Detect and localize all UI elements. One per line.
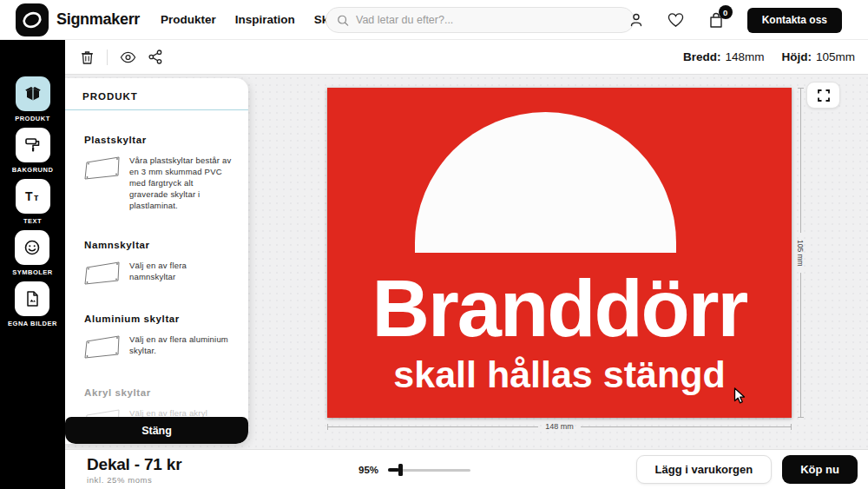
brand-name[interactable]: Signmakerr [56, 10, 140, 29]
product-list: Plastskyltar Våra plastskyltar består av… [65, 110, 248, 433]
footer-bar: Dekal - 71 kr inkl. 25% moms 95% Lägg i … [65, 449, 868, 489]
width-value: 148mm [725, 50, 764, 63]
image-file-icon [15, 281, 49, 316]
cart-badge: 0 [719, 5, 733, 19]
width-readout: Bredd:148mm [683, 50, 765, 63]
sidebar-item-egna-bilder[interactable]: EGNA BILDER [8, 281, 57, 327]
dimension-readout: Bredd:148mm Höjd:105mm [683, 50, 855, 63]
sign-subheading-text[interactable]: skall hållas stängd [327, 356, 792, 393]
height-dimension-annotation: 105 mm [793, 88, 807, 418]
price-block: Dekal - 71 kr inkl. 25% moms [87, 455, 181, 485]
design-canvas[interactable]: PRODUKT Plastskyltar Våra plastskyltar b… [65, 75, 868, 449]
sidebar-item-symboler[interactable]: SYMBOLER [12, 230, 53, 276]
product-item-description: Välj en av flera aluminium skyltar. [129, 334, 233, 356]
sign-dome-shape[interactable] [415, 112, 676, 253]
list-item-aluminium-skyltar[interactable]: Aluminium skyltar Välj en av flera alumi… [84, 314, 233, 360]
width-dimension-label: 148 mm [538, 422, 581, 431]
footer-buttons: Lägg i varukorgen Köp nu [636, 455, 868, 484]
fullscreen-icon [818, 89, 830, 102]
product-item-title: Aluminium skyltar [84, 314, 233, 324]
account-icon[interactable] [628, 11, 645, 29]
width-label: Bredd: [683, 50, 721, 63]
list-item-plastskyltar[interactable]: Plastskyltar Våra plastskyltar består av… [84, 135, 233, 212]
height-readout: Höjd:105mm [781, 50, 855, 63]
logo-blob-icon [21, 9, 43, 31]
zoom-level-value: 95% [358, 465, 378, 475]
svg-text:T: T [25, 189, 33, 203]
sidebar-item-label: SYMBOLER [12, 268, 53, 276]
zoom-slider-handle[interactable] [398, 464, 403, 476]
nav-link-inspiration[interactable]: Inspiration [235, 13, 295, 26]
search-input[interactable] [356, 14, 623, 26]
tool-sidebar: PRODUKT BAKGRUND T т TEXT [0, 40, 65, 489]
height-value: 105mm [816, 50, 855, 63]
fullscreen-button[interactable] [806, 82, 840, 109]
sidebar-item-label: EGNA BILDER [8, 320, 57, 327]
product-panel: PRODUKT Plastskyltar Våra plastskyltar b… [65, 78, 248, 444]
search-bar[interactable] [326, 7, 635, 33]
sidebar-item-produkt[interactable]: PRODUKT [15, 76, 50, 122]
zoom-control: 95% [358, 450, 470, 489]
height-dimension-label: 105 mm [796, 233, 805, 274]
paint-roller-icon [16, 128, 50, 162]
package-icon [16, 76, 50, 111]
zoom-slider[interactable] [388, 463, 470, 477]
sign-thumbnail-icon [84, 334, 121, 360]
product-item-description: Välj en av flera namnskyltar [129, 260, 233, 282]
close-panel-button[interactable]: Stäng [65, 417, 248, 444]
height-label: Höjd: [781, 50, 812, 63]
text-icon: T т [16, 179, 50, 214]
product-item-title: Akryl skyltar [84, 387, 233, 398]
panel-title: PRODUKT [65, 78, 248, 109]
vat-note: inkl. 25% moms [87, 475, 181, 485]
smiley-icon [15, 230, 49, 265]
favorites-heart-icon[interactable] [667, 11, 685, 29]
width-dimension-annotation: 148 mm [327, 420, 792, 433]
navbar-actions: 0 Kontakta oss [628, 0, 868, 40]
editor-toolbar: Bredd:148mm Höjd:105mm [65, 40, 868, 75]
sidebar-item-text[interactable]: T т TEXT [16, 179, 50, 225]
contact-button[interactable]: Kontakta oss [747, 8, 842, 33]
product-item-title: Namnskyltar [84, 240, 233, 250]
search-icon [337, 14, 349, 27]
share-icon[interactable] [147, 49, 164, 66]
svg-text:т: т [34, 192, 39, 202]
product-item-title: Plastskyltar [84, 135, 233, 145]
sidebar-item-bakgrund[interactable]: BAKGRUND [12, 128, 54, 174]
add-to-cart-button[interactable]: Lägg i varukorgen [636, 455, 773, 484]
toolbar-divider [107, 50, 108, 65]
product-price: Dekal - 71 kr [87, 455, 181, 474]
preview-eye-icon[interactable] [119, 49, 136, 66]
delete-trash-icon[interactable] [78, 49, 95, 66]
brand-logo[interactable] [16, 3, 49, 36]
sign-thumbnail-icon [84, 155, 121, 181]
sidebar-item-label: BAKGRUND [12, 166, 54, 174]
sidebar-item-label: PRODUKT [15, 115, 50, 122]
sidebar-item-label: TEXT [23, 217, 42, 225]
sign-heading-text[interactable]: Branddörr [327, 268, 792, 348]
signmaker-app: Signmakerr Produkter Inspiration Skyltst… [0, 0, 868, 489]
product-item-description: Våra plastskyltar består av en 3 mm skum… [129, 155, 233, 212]
buy-now-button[interactable]: Köp nu [782, 455, 858, 484]
list-item-namnskyltar[interactable]: Namnskyltar Välj en av flera namnskyltar [84, 240, 233, 286]
cart-icon[interactable]: 0 [707, 11, 725, 29]
nav-link-produkter[interactable]: Produkter [161, 13, 216, 26]
sign-artboard[interactable]: Branddörr skall hållas stängd [327, 88, 792, 418]
top-navbar: Signmakerr Produkter Inspiration Skyltst… [0, 0, 868, 40]
sign-thumbnail-icon [84, 260, 121, 286]
